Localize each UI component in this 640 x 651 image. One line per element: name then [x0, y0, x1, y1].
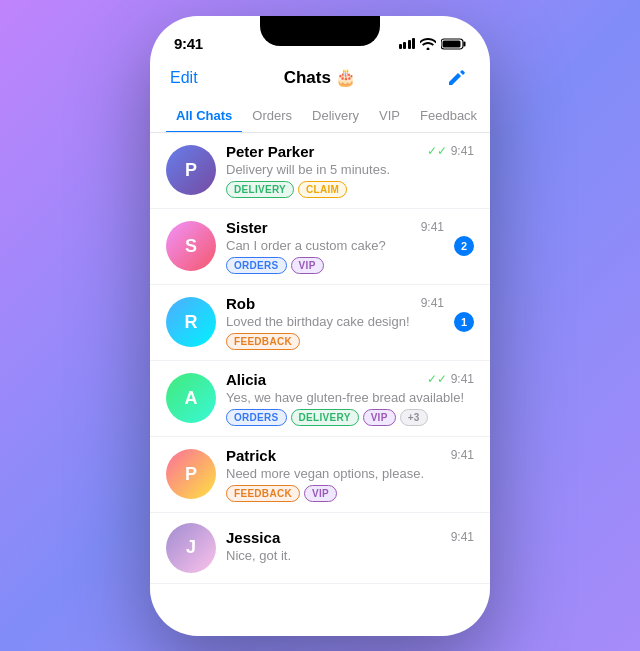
- avatar-peter: P: [166, 145, 216, 195]
- tag-claim: CLAIM: [298, 181, 347, 198]
- compose-button[interactable]: [442, 64, 470, 92]
- tag-vip-patrick: VIP: [304, 485, 337, 502]
- chat-time-jessica: 9:41: [451, 530, 474, 544]
- chat-preview-sister: Can I order a custom cake?: [226, 238, 444, 253]
- chat-right-sister: 2: [454, 236, 474, 256]
- tag-orders-alicia: ORDERS: [226, 409, 287, 426]
- chat-meta-jessica: 9:41: [451, 530, 474, 544]
- tags-peter: DELIVERY CLAIM: [226, 181, 474, 198]
- chat-time-alicia: 9:41: [451, 372, 474, 386]
- chat-item-jessica[interactable]: J Jessica 9:41 Nice, got it.: [150, 513, 490, 584]
- badge-sister: 2: [454, 236, 474, 256]
- tab-bar: All Chats Orders Delivery VIP Feedback E: [150, 100, 490, 133]
- avatar-rob: R: [166, 297, 216, 347]
- chat-content-peter: Peter Parker ✓✓ 9:41 Delivery will be in…: [226, 143, 474, 198]
- chat-name-peter: Peter Parker: [226, 143, 314, 160]
- chat-preview-rob: Loved the birthday cake design!: [226, 314, 444, 329]
- status-icons: [399, 38, 467, 50]
- chat-content-alicia: Alicia ✓✓ 9:41 Yes, we have gluten-free …: [226, 371, 474, 426]
- chat-meta-peter: ✓✓ 9:41: [427, 144, 474, 158]
- svg-rect-1: [464, 41, 466, 46]
- chat-meta-alicia: ✓✓ 9:41: [427, 372, 474, 386]
- tab-orders[interactable]: Orders: [242, 100, 302, 133]
- chat-item-sister[interactable]: S Sister 9:41 Can I order a custom cake?…: [150, 209, 490, 285]
- page-title: Chats 🎂: [284, 67, 356, 88]
- svg-rect-2: [443, 40, 461, 47]
- tags-rob: FEEDBACK: [226, 333, 444, 350]
- avatar-alicia: A: [166, 373, 216, 423]
- tag-more-alicia: +3: [400, 409, 428, 426]
- avatar-patrick: P: [166, 449, 216, 499]
- tab-vip[interactable]: VIP: [369, 100, 410, 133]
- chat-top-peter: Peter Parker ✓✓ 9:41: [226, 143, 474, 160]
- chat-list: P Peter Parker ✓✓ 9:41 Delivery will be …: [150, 133, 490, 584]
- chat-preview-patrick: Need more vegan options, please.: [226, 466, 474, 481]
- tag-delivery: DELIVERY: [226, 181, 294, 198]
- chat-preview-alicia: Yes, we have gluten-free bread available…: [226, 390, 474, 405]
- avatar-sister: S: [166, 221, 216, 271]
- chat-preview-peter: Delivery will be in 5 minutes.: [226, 162, 474, 177]
- chat-time-sister: 9:41: [421, 220, 444, 234]
- chat-preview-jessica: Nice, got it.: [226, 548, 474, 563]
- signal-icon: [399, 38, 416, 49]
- chat-top-sister: Sister 9:41: [226, 219, 444, 236]
- tag-vip-alicia: VIP: [363, 409, 396, 426]
- tags-sister: ORDERS VIP: [226, 257, 444, 274]
- chat-item-peter[interactable]: P Peter Parker ✓✓ 9:41 Delivery will be …: [150, 133, 490, 209]
- chat-top-rob: Rob 9:41: [226, 295, 444, 312]
- chat-item-alicia[interactable]: A Alicia ✓✓ 9:41 Yes, we have gluten-fre…: [150, 361, 490, 437]
- chat-top-alicia: Alicia ✓✓ 9:41: [226, 371, 474, 388]
- app-header: Edit Chats 🎂: [150, 60, 490, 100]
- chat-item-rob[interactable]: R Rob 9:41 Loved the birthday cake desig…: [150, 285, 490, 361]
- chat-meta-patrick: 9:41: [451, 448, 474, 462]
- chat-meta-sister: 9:41: [421, 220, 444, 234]
- tags-alicia: ORDERS DELIVERY VIP +3: [226, 409, 474, 426]
- chat-item-patrick[interactable]: P Patrick 9:41 Need more vegan options, …: [150, 437, 490, 513]
- chat-right-rob: 1: [454, 312, 474, 332]
- chat-content-patrick: Patrick 9:41 Need more vegan options, pl…: [226, 447, 474, 502]
- chat-top-patrick: Patrick 9:41: [226, 447, 474, 464]
- notch: [260, 16, 380, 46]
- tag-delivery-alicia: DELIVERY: [291, 409, 359, 426]
- badge-rob: 1: [454, 312, 474, 332]
- tags-patrick: FEEDBACK VIP: [226, 485, 474, 502]
- status-time: 9:41: [174, 35, 203, 52]
- avatar-jessica: J: [166, 523, 216, 573]
- battery-icon: [441, 38, 466, 50]
- read-tick-alicia: ✓✓: [427, 372, 447, 386]
- edit-button[interactable]: Edit: [170, 69, 198, 87]
- read-tick-peter: ✓✓: [427, 144, 447, 158]
- chat-name-patrick: Patrick: [226, 447, 276, 464]
- tab-more[interactable]: E: [487, 100, 490, 131]
- tag-feedback-rob: FEEDBACK: [226, 333, 300, 350]
- tag-orders-sister: ORDERS: [226, 257, 287, 274]
- tab-feedback[interactable]: Feedback: [410, 100, 487, 133]
- tag-vip-sister: VIP: [291, 257, 324, 274]
- tab-all-chats[interactable]: All Chats: [166, 100, 242, 133]
- chat-name-jessica: Jessica: [226, 529, 280, 546]
- chat-time-rob: 9:41: [421, 296, 444, 310]
- chat-time-peter: 9:41: [451, 144, 474, 158]
- tag-feedback-patrick: FEEDBACK: [226, 485, 300, 502]
- chat-time-patrick: 9:41: [451, 448, 474, 462]
- chat-content-jessica: Jessica 9:41 Nice, got it.: [226, 529, 474, 567]
- tab-delivery[interactable]: Delivery: [302, 100, 369, 133]
- wifi-icon: [420, 38, 436, 50]
- chat-content-sister: Sister 9:41 Can I order a custom cake? O…: [226, 219, 444, 274]
- chat-content-rob: Rob 9:41 Loved the birthday cake design!…: [226, 295, 444, 350]
- chat-name-sister: Sister: [226, 219, 268, 236]
- phone-frame: 9:41 Edit Chats 🎂: [150, 16, 490, 636]
- chat-name-rob: Rob: [226, 295, 255, 312]
- chat-meta-rob: 9:41: [421, 296, 444, 310]
- chat-top-jessica: Jessica 9:41: [226, 529, 474, 546]
- chat-name-alicia: Alicia: [226, 371, 266, 388]
